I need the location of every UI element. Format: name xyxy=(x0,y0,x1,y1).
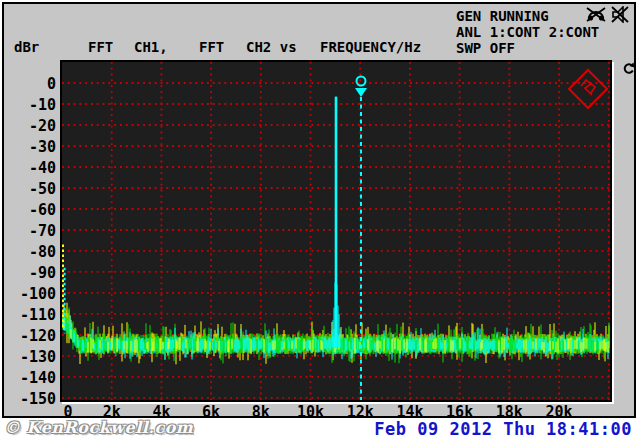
y-tick-label: -120 xyxy=(2,327,56,345)
refresh-icon[interactable] xyxy=(622,62,635,75)
y-tick-label: -20 xyxy=(2,117,56,135)
y-tick-label: -80 xyxy=(2,243,56,261)
y-tick-label: -100 xyxy=(2,285,56,303)
sweep-status: SWP OFF xyxy=(456,40,515,56)
y-tick-label: -110 xyxy=(2,306,56,324)
trace1-function-label: FFT xyxy=(88,39,113,55)
y-tick-label: -30 xyxy=(2,138,56,156)
y-tick-label: -90 xyxy=(2,264,56,282)
fft-plot-area xyxy=(60,60,612,402)
trace1-channel-label: CH1, xyxy=(134,39,168,55)
x-tick-label: 8k xyxy=(239,403,283,421)
y-tick-label: -70 xyxy=(2,222,56,240)
y-tick-label: -10 xyxy=(2,96,56,114)
kenrockwell-watermark: © KenRockwell.com xyxy=(4,418,193,436)
generator-status: GEN RUNNING xyxy=(456,8,549,24)
rohde-schwarz-logo xyxy=(569,70,607,108)
fft-spectrum-canvas xyxy=(62,62,610,400)
y-tick-label: -50 xyxy=(2,180,56,198)
y-tick-label: 0 xyxy=(2,75,56,93)
y-tick-label: -40 xyxy=(2,159,56,177)
y-axis-unit-label: dBr xyxy=(14,39,39,55)
x-tick-label: 6k xyxy=(189,403,233,421)
datetime-stamp: Feb 09 2012 Thu 18:41:00 xyxy=(374,419,632,436)
screenshot-root: { "window": {"title": "R&S Audio Analyze… xyxy=(0,0,640,436)
y-tick-label: -130 xyxy=(2,348,56,366)
y-tick-label: -140 xyxy=(2,369,56,387)
trace2-channel-label: CH2 vs xyxy=(246,39,297,55)
analyzer-status: ANL 1:CONT 2:CONT xyxy=(456,24,599,40)
x-tick-label: 10k xyxy=(289,403,333,421)
headset-muted-icon[interactable] xyxy=(586,6,606,23)
y-tick-label: -60 xyxy=(2,201,56,219)
speaker-muted-icon[interactable] xyxy=(610,6,630,23)
x-axis-title: FREQUENCY/Hz xyxy=(320,39,421,55)
trace2-function-label: FFT xyxy=(199,39,224,55)
